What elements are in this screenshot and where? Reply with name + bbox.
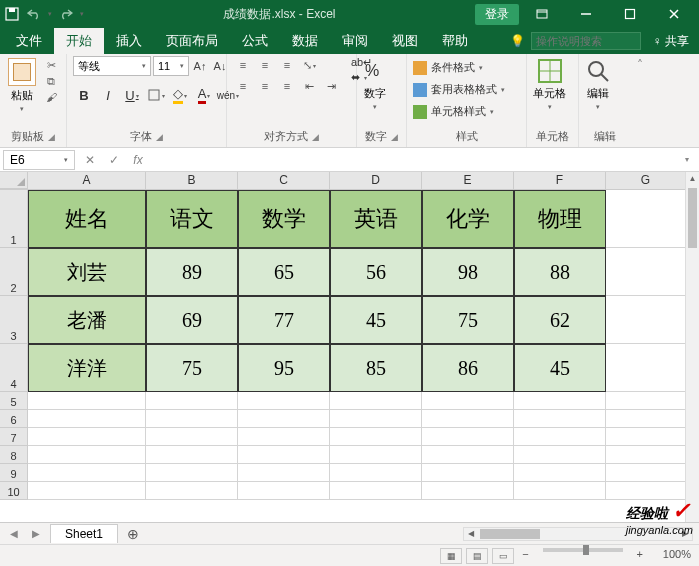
row-header-2[interactable]: 2	[0, 248, 28, 296]
col-header-F[interactable]: F	[514, 172, 606, 189]
redo-icon[interactable]	[58, 6, 74, 22]
cell-F9[interactable]	[514, 464, 606, 482]
align-middle-icon[interactable]: ≡	[255, 56, 275, 74]
scroll-thumb-v[interactable]	[688, 188, 697, 248]
number-format-button[interactable]: % 数字 ▾	[363, 56, 387, 111]
format-painter-icon[interactable]: 🖌	[42, 90, 60, 104]
maximize-icon[interactable]	[609, 2, 651, 26]
cells-button[interactable]: 单元格 ▾	[533, 56, 566, 111]
zoom-in-icon[interactable]: +	[633, 548, 647, 564]
conditional-format-button[interactable]: 条件格式 ▾	[413, 60, 483, 75]
cell-A10[interactable]	[28, 482, 146, 500]
scroll-left-icon[interactable]: ◀	[464, 529, 478, 538]
cell-G3[interactable]	[606, 296, 686, 344]
cell-D3[interactable]: 45	[330, 296, 422, 344]
format-table-button[interactable]: 套用表格格式 ▾	[413, 82, 505, 97]
cell-C5[interactable]	[238, 392, 330, 410]
cell-C10[interactable]	[238, 482, 330, 500]
cell-F5[interactable]	[514, 392, 606, 410]
cell-F8[interactable]	[514, 446, 606, 464]
share-button[interactable]: ♀ 共享	[647, 33, 695, 50]
zoom-out-icon[interactable]: −	[518, 548, 532, 564]
align-top-icon[interactable]: ≡	[233, 56, 253, 74]
row-header-9[interactable]: 9	[0, 464, 28, 482]
cell-G5[interactable]	[606, 392, 686, 410]
formula-input[interactable]	[150, 150, 675, 170]
border-button[interactable]	[145, 84, 167, 106]
tab-help[interactable]: 帮助	[430, 28, 480, 54]
cancel-formula-icon[interactable]: ✕	[78, 150, 102, 170]
cell-A8[interactable]	[28, 446, 146, 464]
cell-B1[interactable]: 语文	[146, 190, 238, 248]
cell-C3[interactable]: 77	[238, 296, 330, 344]
cell-E10[interactable]	[422, 482, 514, 500]
col-header-A[interactable]: A	[28, 172, 146, 189]
cell-B4[interactable]: 75	[146, 344, 238, 392]
fill-color-button[interactable]: ◇	[169, 84, 191, 106]
cell-C7[interactable]	[238, 428, 330, 446]
cell-E2[interactable]: 98	[422, 248, 514, 296]
cell-F7[interactable]	[514, 428, 606, 446]
cell-B5[interactable]	[146, 392, 238, 410]
bold-button[interactable]: B	[73, 84, 95, 106]
increase-font-icon[interactable]: A↑	[191, 56, 209, 76]
cell-D6[interactable]	[330, 410, 422, 428]
cell-A6[interactable]	[28, 410, 146, 428]
cell-G6[interactable]	[606, 410, 686, 428]
cell-B3[interactable]: 69	[146, 296, 238, 344]
cell-G2[interactable]	[606, 248, 686, 296]
col-header-C[interactable]: C	[238, 172, 330, 189]
undo-dropdown-icon[interactable]: ▾	[48, 10, 52, 18]
cell-styles-button[interactable]: 单元格样式 ▾	[413, 104, 494, 119]
cell-G7[interactable]	[606, 428, 686, 446]
tab-formulas[interactable]: 公式	[230, 28, 280, 54]
cell-B7[interactable]	[146, 428, 238, 446]
row-header-1[interactable]: 1	[0, 190, 28, 248]
col-header-B[interactable]: B	[146, 172, 238, 189]
cell-C4[interactable]: 95	[238, 344, 330, 392]
cell-D9[interactable]	[330, 464, 422, 482]
cell-E4[interactable]: 86	[422, 344, 514, 392]
cell-B2[interactable]: 89	[146, 248, 238, 296]
col-header-D[interactable]: D	[330, 172, 422, 189]
paste-button[interactable]: 粘贴 ▾	[6, 56, 38, 115]
page-break-view-icon[interactable]: ▭	[492, 548, 514, 564]
zoom-slider[interactable]	[543, 548, 623, 552]
scroll-thumb-h[interactable]	[480, 529, 540, 539]
align-right-icon[interactable]: ≡	[277, 77, 297, 95]
add-sheet-button[interactable]: ⊕	[124, 525, 142, 543]
italic-button[interactable]: I	[97, 84, 119, 106]
cell-B6[interactable]	[146, 410, 238, 428]
cell-G1[interactable]	[606, 190, 686, 248]
tell-me-input[interactable]	[531, 32, 641, 50]
paste-dropdown-icon[interactable]: ▾	[20, 105, 24, 113]
cell-F6[interactable]	[514, 410, 606, 428]
cell-B10[interactable]	[146, 482, 238, 500]
cell-D10[interactable]	[330, 482, 422, 500]
zoom-value[interactable]: 100%	[651, 548, 691, 564]
name-box[interactable]: E6▾	[3, 150, 75, 170]
select-all-corner[interactable]	[0, 172, 28, 189]
cell-B9[interactable]	[146, 464, 238, 482]
clipboard-launcher-icon[interactable]: ◢	[48, 132, 55, 142]
row-header-5[interactable]: 5	[0, 392, 28, 410]
row-header-6[interactable]: 6	[0, 410, 28, 428]
align-center-icon[interactable]: ≡	[255, 77, 275, 95]
cell-G8[interactable]	[606, 446, 686, 464]
underline-button[interactable]: U	[121, 84, 143, 106]
cell-C6[interactable]	[238, 410, 330, 428]
collapse-ribbon-icon[interactable]: ˄	[631, 54, 649, 147]
expand-formula-icon[interactable]: ▾	[675, 150, 699, 170]
font-name-select[interactable]: 等线▾	[73, 56, 151, 76]
fx-icon[interactable]: fx	[126, 150, 150, 170]
tab-nav-prev-icon[interactable]: ◀	[6, 526, 22, 542]
cell-E8[interactable]	[422, 446, 514, 464]
tab-data[interactable]: 数据	[280, 28, 330, 54]
cell-A4[interactable]: 洋洋	[28, 344, 146, 392]
save-icon[interactable]	[4, 6, 20, 22]
cell-D5[interactable]	[330, 392, 422, 410]
align-bottom-icon[interactable]: ≡	[277, 56, 297, 74]
cell-C1[interactable]: 数学	[238, 190, 330, 248]
row-header-7[interactable]: 7	[0, 428, 28, 446]
row-header-4[interactable]: 4	[0, 344, 28, 392]
